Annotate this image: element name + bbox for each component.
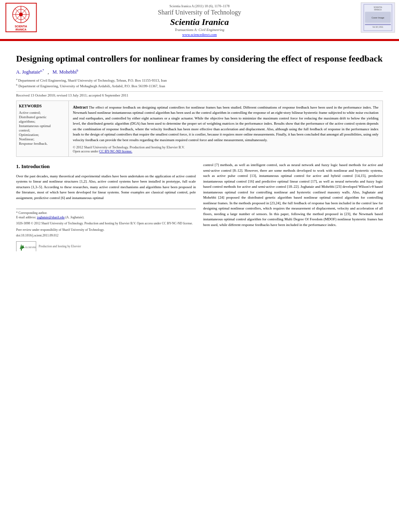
svg-text:Vol 18 | 2011: Vol 18 | 2011 <box>372 26 383 28</box>
journal-header-center: Scientia Iranica A (2011) 18 (6), 1170–1… <box>48 2 351 39</box>
keywords-title: KEYWORDS <box>19 104 66 108</box>
keywords-column: KEYWORDS Active control; Distributed gen… <box>16 101 69 157</box>
page-header: SCIENTIA IRANICA Scientia Iranica A (201… <box>0 0 399 40</box>
abstract-section: KEYWORDS Active control; Distributed gen… <box>16 101 383 157</box>
abstract-column: Abstract The effect of response feedback… <box>69 101 383 157</box>
svg-text:ELSEVIER: ELSEVIER <box>25 246 36 249</box>
author-b-sup: b <box>77 69 78 72</box>
svg-text:SCIENTIA: SCIENTIA <box>374 6 383 8</box>
svg-point-7 <box>19 12 23 16</box>
elsevier-logo-area: ELSEVIER Production and hosting by Elsev… <box>16 241 196 251</box>
author-b: M. Mohebbib <box>53 69 78 75</box>
keyword-4: Instantaneous optimal <box>19 124 66 128</box>
body-columns: 1. Introduction Over the past decades, m… <box>16 162 383 251</box>
scientia-iranica-logo: SCIENTIA IRANICA <box>4 2 38 33</box>
intro-paragraph-right: control [7] methods, as well as intellig… <box>203 162 383 228</box>
authors-line: A. Joghataiea,* , M. Mohebbib <box>16 69 383 75</box>
affiliation-b: b Department of Engineering, University … <box>16 83 383 88</box>
body-left-column: 1. Introduction Over the past decades, m… <box>16 162 196 251</box>
intro-paragraph-1: Over the past decades, many theoretical … <box>16 174 196 201</box>
cc-license-link[interactable]: CC BY-NC-ND license. <box>99 149 132 153</box>
transactions-subtitle: Transactions A: Civil Engineering <box>48 28 351 32</box>
issn-line: 1026-3098 © 2012 Sharif University of Te… <box>16 221 196 226</box>
website-link[interactable]: www.sciencedirect.com <box>48 33 351 37</box>
keyword-5: control; <box>19 128 66 132</box>
keyword-7: Nonlinear; <box>19 137 66 141</box>
journal-title: Scientia Iranica <box>48 17 351 27</box>
abstract-text: Abstract The effect of response feedback… <box>73 104 378 143</box>
svg-text:IRANICA: IRANICA <box>15 28 27 31</box>
doi-line: doi:10.1016/j.scient.2011.09.012 <box>16 233 196 238</box>
elsevier-logo: ELSEVIER <box>16 241 36 251</box>
section-1-title: 1. Introduction <box>16 162 196 170</box>
author-a-sup: a,* <box>40 69 44 72</box>
keyword-3: algorithms; <box>19 119 66 123</box>
elsevier-text: Production and hosting by Elsevier <box>39 244 81 249</box>
footnote-corresponding: * Corresponding author. <box>16 211 196 215</box>
svg-rect-16 <box>365 24 391 25</box>
keyword-8: Response feedback. <box>19 142 66 146</box>
copyright-line: © 2012 Sharif University of Technology. … <box>73 145 378 149</box>
keyword-1: Active control; <box>19 111 66 115</box>
open-access-line: Open access under CC BY-NC-ND license. <box>73 149 378 153</box>
abstract-label: Abstract <box>73 105 88 109</box>
svg-text:IRANICA: IRANICA <box>374 9 382 11</box>
abstract-body: The effect of response feedback on desig… <box>73 105 378 142</box>
logo-area: SCIENTIA IRANICA <box>4 2 48 33</box>
svg-text:SCIENTIA: SCIENTIA <box>15 25 27 28</box>
journal-cover-thumbnail: SCIENTIA IRANICA Cover Image Vol 18 | 20… <box>361 2 395 33</box>
affiliation-a: a Department of Civil Engineering, Shari… <box>16 78 383 82</box>
footnotes: * Corresponding author. E-mail address: … <box>16 209 196 251</box>
peer-review-line: Peer review under responsibility of Shar… <box>16 228 196 232</box>
svg-text:Cover Image: Cover Image <box>372 16 385 19</box>
journal-thumbnail-area: SCIENTIA IRANICA Cover Image Vol 18 | 20… <box>351 2 395 33</box>
article-title: Designing optimal controllers for nonlin… <box>16 53 383 65</box>
body-right-column: control [7] methods, as well as intellig… <box>203 162 383 251</box>
email-link[interactable]: joghataie@sharif.edu <box>37 216 64 219</box>
received-date: Received 13 October 2010; revised 13 Jul… <box>16 91 383 97</box>
footnote-email: E-mail address: joghataie@sharif.edu (A.… <box>16 215 196 220</box>
university-name: Sharif University of Technology <box>48 9 351 16</box>
main-content: Designing optimal controllers for nonlin… <box>0 41 399 255</box>
keyword-6: Optimization; <box>19 133 66 137</box>
svg-rect-21 <box>21 249 22 251</box>
author-a: A. Joghataiea,* <box>16 69 45 75</box>
journal-meta: Scientia Iranica A (2011) 18 (6), 1170–1… <box>48 4 351 8</box>
keyword-2: Distributed genetic <box>19 115 66 119</box>
